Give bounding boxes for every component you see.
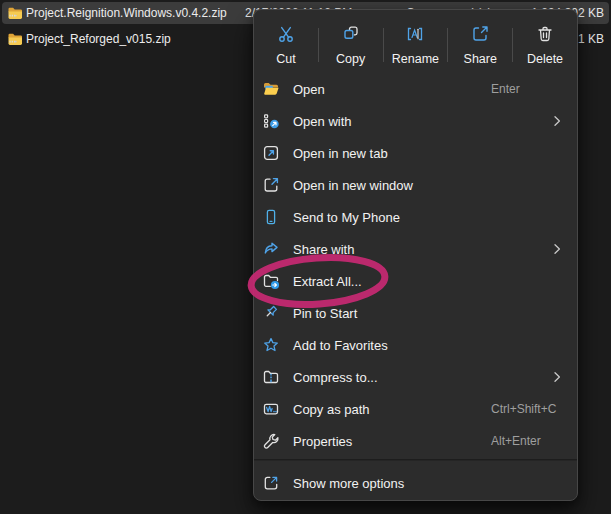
command-bar-separator — [512, 28, 513, 62]
menu-item-shortcut: Ctrl+Shift+C — [491, 402, 556, 416]
command-button-label: Delete — [527, 52, 563, 66]
menu-item-send-to-my-phone[interactable]: Send to My Phone — [254, 201, 577, 233]
context-menu-command-bar: Cut Copy Rename Share Delete — [254, 17, 577, 73]
show-more-icon — [261, 473, 281, 493]
open-with-icon — [261, 111, 281, 131]
menu-item-shortcut: Alt+Enter — [491, 434, 541, 448]
menu-item-add-to-favorites[interactable]: Add to Favorites — [254, 329, 577, 361]
menu-item-open-with[interactable]: Open with — [254, 105, 577, 137]
menu-item-label: Pin to Start — [293, 306, 357, 321]
file-size: 1 KB — [578, 32, 604, 46]
cut-icon — [276, 24, 296, 48]
share-arrow-icon — [261, 239, 281, 259]
menu-item-open-in-new-window[interactable]: Open in new window — [254, 169, 577, 201]
copy-path-icon — [261, 399, 281, 419]
menu-separator — [254, 459, 577, 461]
open-new-tab-icon — [261, 143, 281, 163]
menu-item-label: Send to My Phone — [293, 210, 400, 225]
chevron-right-icon — [549, 369, 565, 385]
share-button[interactable]: Share — [451, 21, 509, 69]
chevron-right-icon — [549, 113, 565, 129]
delete-button[interactable]: Delete — [516, 21, 574, 69]
menu-item-label: Show more options — [293, 476, 404, 491]
menu-item-pin-to-start[interactable]: Pin to Start — [254, 297, 577, 329]
menu-item-label: Copy as path — [293, 402, 370, 417]
cut-button[interactable]: Cut — [257, 21, 315, 69]
command-bar-separator — [383, 28, 384, 62]
menu-item-label: Properties — [293, 434, 352, 449]
wrench-icon — [261, 431, 281, 451]
share-icon — [470, 24, 490, 48]
menu-item-label: Open with — [293, 114, 352, 129]
menu-item-open-in-new-tab[interactable]: Open in new tab — [254, 137, 577, 169]
menu-item-label: Add to Favorites — [293, 338, 388, 353]
menu-item-label: Extract All... — [293, 274, 362, 289]
command-bar-separator — [318, 28, 319, 62]
chevron-right-icon — [549, 241, 565, 257]
copy-button[interactable]: Copy — [322, 21, 380, 69]
menu-item-properties[interactable]: PropertiesAlt+Enter — [254, 425, 577, 457]
zip-folder-icon — [7, 5, 23, 21]
command-bar-separator — [447, 28, 448, 62]
command-button-label: Share — [464, 52, 497, 66]
menu-item-extract-all[interactable]: Extract All... — [254, 265, 577, 297]
pin-icon — [261, 303, 281, 323]
menu-item-open[interactable]: OpenEnter — [254, 73, 577, 105]
zip-folder-icon — [7, 31, 23, 47]
context-menu-items: OpenEnter Open with Open in new tab Open… — [254, 73, 577, 457]
star-icon — [261, 335, 281, 355]
delete-icon — [535, 24, 555, 48]
file-name: Project.Reignition.Windows.v0.4.2.zip — [26, 6, 227, 20]
menu-item-label: Open — [293, 82, 325, 97]
menu-item-share-with[interactable]: Share with — [254, 233, 577, 265]
command-button-label: Copy — [336, 52, 365, 66]
menu-item-label: Compress to... — [293, 370, 378, 385]
rename-button[interactable]: Rename — [386, 21, 444, 69]
command-button-label: Cut — [276, 52, 295, 66]
menu-item-label: Share with — [293, 242, 354, 257]
phone-icon — [261, 207, 281, 227]
menu-item-shortcut: Enter — [491, 82, 520, 96]
menu-item-compress-to[interactable]: Compress to... — [254, 361, 577, 393]
open-new-window-icon — [261, 175, 281, 195]
command-button-label: Rename — [392, 52, 439, 66]
extract-all-icon — [261, 271, 281, 291]
menu-item-label: Open in new window — [293, 178, 413, 193]
rename-icon — [405, 24, 425, 48]
copy-icon — [341, 24, 361, 48]
compress-icon — [261, 367, 281, 387]
menu-item-label: Open in new tab — [293, 146, 388, 161]
file-name: Project_Reforged_v015.zip — [26, 32, 171, 46]
file-explorer-screen: Project.Reignition.Windows.v0.4.2.zip 2/… — [0, 0, 611, 514]
menu-item-copy-as-path[interactable]: Copy as pathCtrl+Shift+C — [254, 393, 577, 425]
context-menu: Cut Copy Rename Share Delete OpenEnter O… — [253, 9, 578, 501]
menu-item-show-more-options[interactable]: Show more options — [254, 467, 577, 499]
folder-open-icon — [261, 79, 281, 99]
